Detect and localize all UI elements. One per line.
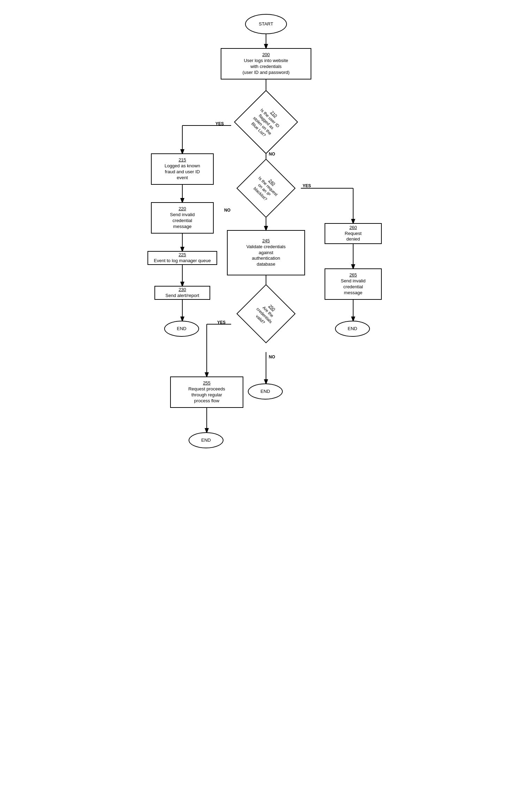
node-220-text: Send invalid credential message [170,212,195,230]
label-240-yes: YES [303,183,311,188]
node-260-text: Request denied [345,231,362,243]
node-240-text: Is the requeston an IPblacklist? [253,175,279,201]
node-245: 245 Validate credentials against authent… [227,230,305,275]
node-225-text: Event to log manager queue [154,258,211,264]
node-215-id: 215 [178,157,186,163]
node-265-id: 265 [349,272,357,278]
node-255: 255 Request proceeds through regular pro… [170,376,243,408]
node-220-id: 220 [178,206,186,212]
node-255-text: Request proceeds through regular process… [188,386,225,404]
end2-label: END [201,437,211,443]
end3-label: END [260,389,270,395]
start-label: START [259,21,273,27]
end1-node: END [164,321,199,337]
node-260: 260 Request denied [325,223,382,244]
node-210: 210 Is the user IDflagged asstolen on th… [228,94,304,150]
node-225-id: 225 [178,252,186,258]
node-200-text: User logs into website with credentials … [242,58,289,76]
node-210-text: Is the user IDflagged asstolen on theBlu… [250,107,281,138]
flowchart: START 200 User logs into website with cr… [109,7,423,795]
node-265: 265 Send invalid credential message [325,268,382,300]
node-215: 215 Logged as known fraud and user ID ev… [151,153,214,185]
node-245-text: Validate credentials against authenticat… [246,244,286,268]
node-220: 220 Send invalid credential message [151,202,214,234]
node-240: 240 Is the requeston an IPblacklist? [228,164,304,213]
node-200: 200 User logs into website with credenti… [221,48,311,79]
start-node: START [245,14,287,34]
node-225: 225 Event to log manager queue [147,251,217,265]
label-210-yes: YES [215,121,224,126]
end2-node: END [189,432,223,448]
node-265-text: Send invalid credential message [341,278,366,296]
node-250: 250 Are thecredentialsvalid? [229,286,303,342]
node-215-text: Logged as known fraud and user ID event [165,163,200,181]
label-250-no: NO [269,355,275,359]
node-255-id: 255 [203,380,211,386]
node-230: 230 Send alert/report [154,286,210,300]
label-240-no: NO [224,208,230,213]
label-210-no: NO [269,152,275,157]
end1-label: END [177,326,186,332]
end4-node: END [335,321,370,337]
node-230-id: 230 [178,287,186,293]
end4-label: END [348,326,357,332]
label-250-yes: YES [217,320,226,325]
node-245-id: 245 [262,238,270,244]
node-200-id: 200 [262,52,270,58]
end3-node: END [248,383,283,399]
node-230-text: Send alert/report [166,293,199,299]
node-260-id: 260 [349,225,357,231]
